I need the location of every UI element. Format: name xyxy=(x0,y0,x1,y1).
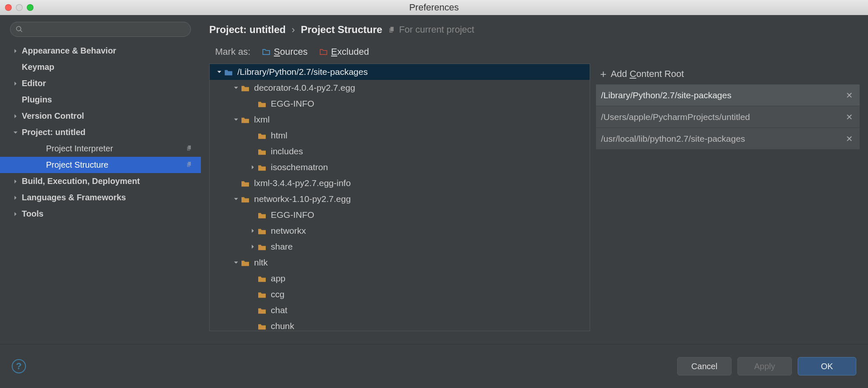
dir-row[interactable]: app xyxy=(210,271,590,286)
project-scope-icon xyxy=(186,160,193,170)
search-icon xyxy=(15,26,23,33)
sidebar-item-languages-frameworks[interactable]: Languages & Frameworks xyxy=(0,189,201,206)
sidebar-item-label: Project Structure xyxy=(46,160,108,170)
content-root-item[interactable]: /usr/local/lib/python2.7/site-packages✕ xyxy=(596,128,860,150)
excluded-folder-icon xyxy=(319,48,328,55)
sidebar-item-project-untitled[interactable]: Project: untitled xyxy=(0,124,201,140)
dir-label: networkx xyxy=(271,226,306,236)
sidebar-item-appearance-behavior[interactable]: Appearance & Behavior xyxy=(0,43,201,59)
folder-icon xyxy=(241,195,250,203)
help-button[interactable]: ? xyxy=(12,359,26,373)
settings-tree: Appearance & BehaviorKeymapEditorPlugins… xyxy=(0,43,201,344)
chevron-right-icon xyxy=(12,112,19,120)
dir-label: networkx-1.10-py2.7.egg xyxy=(254,194,351,204)
mark-as-row: Mark as: Sources Excluded xyxy=(209,40,860,64)
search-box[interactable] xyxy=(10,22,191,37)
dir-row[interactable]: nltk xyxy=(210,255,590,271)
folder-icon xyxy=(257,322,267,330)
folder-icon xyxy=(257,100,267,107)
project-scope-icon xyxy=(186,144,193,153)
dir-row[interactable]: lxml xyxy=(210,112,590,128)
folder-icon xyxy=(257,243,267,250)
dir-row[interactable]: networkx xyxy=(210,223,590,239)
chevron-right-icon xyxy=(36,161,44,169)
directory-tree[interactable]: /Library/Python/2.7/site-packagesdecorat… xyxy=(209,64,590,331)
mark-sources-button[interactable]: Sources xyxy=(262,46,308,57)
sidebar-item-project-interpreter[interactable]: Project Interpreter xyxy=(0,140,201,157)
folder-icon xyxy=(241,84,250,92)
dir-row[interactable]: html xyxy=(210,128,590,143)
dir-label: app xyxy=(271,273,285,283)
chevron-down-icon xyxy=(12,129,19,136)
dir-label: ccg xyxy=(271,289,285,299)
sidebar-item-plugins[interactable]: Plugins xyxy=(0,92,201,108)
settings-content: Project: untitled › Project Structure Fo… xyxy=(201,15,868,344)
chevron-right-icon xyxy=(36,145,44,153)
chevron-right-icon xyxy=(12,64,19,71)
sidebar-item-version-control[interactable]: Version Control xyxy=(0,108,201,124)
dir-row[interactable]: /Library/Python/2.7/site-packages xyxy=(210,64,590,80)
apply-button[interactable]: Apply xyxy=(737,357,792,375)
project-scope-icon xyxy=(388,26,395,33)
plus-icon: + xyxy=(600,68,606,81)
mark-as-label: Mark as: xyxy=(215,46,250,57)
content-root-path: /usr/local/lib/python2.7/site-packages xyxy=(601,134,844,144)
dir-label: chunk xyxy=(271,321,294,331)
content-root-path: /Library/Python/2.7/site-packages xyxy=(601,90,844,100)
dir-row[interactable]: includes xyxy=(210,143,590,159)
remove-root-button[interactable]: ✕ xyxy=(844,89,855,102)
search-input[interactable] xyxy=(26,25,185,34)
breadcrumb-project: Project: untitled xyxy=(209,24,286,36)
dir-row[interactable]: EGG-INFO xyxy=(210,96,590,112)
chevron-right-icon xyxy=(248,244,257,249)
sources-folder-icon xyxy=(262,48,270,55)
chevron-right-icon xyxy=(12,210,19,218)
sidebar-item-project-structure[interactable]: Project Structure xyxy=(0,157,201,173)
folder-icon xyxy=(224,68,233,76)
dir-row[interactable]: share xyxy=(210,239,590,255)
sidebar-item-label: Languages & Frameworks xyxy=(22,193,126,202)
chevron-down-icon xyxy=(231,197,241,202)
dir-label: chat xyxy=(271,305,288,315)
dir-row[interactable]: decorator-4.0.4-py2.7.egg xyxy=(210,80,590,96)
remove-root-button[interactable]: ✕ xyxy=(844,110,855,124)
folder-icon xyxy=(257,163,267,171)
sidebar-item-label: Keymap xyxy=(22,62,54,72)
sidebar-item-label: Plugins xyxy=(22,95,52,105)
cancel-button[interactable]: Cancel xyxy=(677,357,732,375)
dir-label: EGG-INFO xyxy=(271,210,314,220)
dir-row[interactable]: lxml-3.4.4-py2.7.egg-info xyxy=(210,175,590,191)
sidebar-item-build-execution-deployment[interactable]: Build, Execution, Deployment xyxy=(0,173,201,189)
settings-sidebar: Appearance & BehaviorKeymapEditorPlugins… xyxy=(0,15,201,344)
folder-icon xyxy=(241,116,250,123)
dir-row[interactable]: ccg xyxy=(210,286,590,302)
chevron-right-icon xyxy=(248,228,257,233)
dir-row[interactable]: chat xyxy=(210,302,590,318)
ok-button[interactable]: OK xyxy=(798,357,856,375)
sidebar-item-editor[interactable]: Editor xyxy=(0,75,201,92)
sidebar-item-label: Tools xyxy=(22,209,44,219)
sidebar-item-tools[interactable]: Tools xyxy=(0,206,201,222)
sidebar-item-label: Appearance & Behavior xyxy=(22,46,116,56)
dir-row[interactable]: chunk xyxy=(210,318,590,331)
folder-icon xyxy=(241,259,250,266)
dir-row[interactable]: isoschematron xyxy=(210,159,590,175)
chevron-down-icon xyxy=(215,69,224,74)
breadcrumb-separator: › xyxy=(292,24,295,36)
remove-root-button[interactable]: ✕ xyxy=(844,132,855,146)
chevron-right-icon xyxy=(248,165,257,170)
chevron-right-icon xyxy=(12,96,19,104)
dir-row[interactable]: networkx-1.10-py2.7.egg xyxy=(210,191,590,207)
dir-row[interactable]: EGG-INFO xyxy=(210,207,590,223)
mark-excluded-button[interactable]: Excluded xyxy=(319,46,369,57)
breadcrumb-section: Project Structure xyxy=(301,24,383,36)
sidebar-item-keymap[interactable]: Keymap xyxy=(0,59,201,75)
content-root-item[interactable]: /Library/Python/2.7/site-packages✕ xyxy=(596,84,860,106)
content-root-item[interactable]: /Users/apple/PycharmProjects/untitled✕ xyxy=(596,106,860,128)
dir-label: /Library/Python/2.7/site-packages xyxy=(237,67,368,77)
add-content-root-button[interactable]: + Add Content Root xyxy=(596,64,860,84)
sidebar-item-label: Version Control xyxy=(22,111,84,121)
breadcrumb: Project: untitled › Project Structure Fo… xyxy=(209,19,860,40)
content-root-path: /Users/apple/PycharmProjects/untitled xyxy=(601,112,844,122)
folder-icon xyxy=(257,291,267,298)
